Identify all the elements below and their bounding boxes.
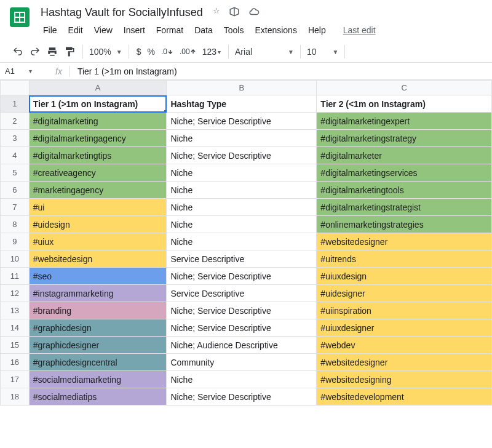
undo-icon[interactable] [12, 46, 23, 57]
row-header[interactable]: 10 [1, 250, 30, 268]
row-header[interactable]: 17 [1, 371, 30, 388]
cell[interactable]: #graphicdesigncentral [29, 354, 167, 371]
cell[interactable]: #uiux [29, 233, 167, 250]
cell[interactable]: Niche; Service Descriptive [167, 388, 317, 406]
cell[interactable]: #graphicdesigner [29, 337, 167, 354]
cell[interactable]: #onlinemarketingstrategies [317, 216, 492, 233]
row-header[interactable]: 8 [1, 216, 30, 233]
cell[interactable]: #digitalmarketer [317, 147, 492, 164]
column-header-c[interactable]: C [317, 81, 492, 95]
row-header[interactable]: 5 [1, 164, 30, 182]
row-header[interactable]: 14 [1, 319, 30, 337]
cell[interactable]: #websitedesign [29, 250, 167, 268]
menu-insert[interactable]: Insert [119, 23, 150, 38]
zoom-select[interactable]: 100%▼ [85, 46, 126, 58]
cell[interactable]: Niche [167, 164, 317, 182]
cell[interactable]: #webdev [317, 337, 492, 354]
cell[interactable]: #digitalmarketingagency [29, 130, 167, 147]
paint-format-icon[interactable] [64, 46, 75, 57]
more-formats-button[interactable]: 123▾ [202, 47, 221, 57]
row-header[interactable]: 3 [1, 130, 30, 147]
name-box[interactable]: A1▾ [0, 66, 37, 76]
cell[interactable]: Niche; Service Descriptive [167, 302, 317, 319]
row-header[interactable]: 9 [1, 233, 30, 250]
menu-format[interactable]: Format [151, 23, 188, 38]
font-size-select[interactable]: 10▼ [303, 46, 342, 58]
move-icon[interactable] [229, 6, 240, 19]
menu-extensions[interactable]: Extensions [250, 23, 301, 38]
cell[interactable]: #marketingagency [29, 182, 167, 199]
cell[interactable]: Tier 1 (>1m on Instagram) [29, 95, 167, 113]
format-currency-button[interactable]: $ [137, 47, 141, 57]
cell[interactable]: Niche; Audience Descriptive [167, 337, 317, 354]
cell[interactable]: #digitalmarketingtips [29, 147, 167, 164]
cell[interactable]: Community [167, 354, 317, 371]
menu-tools[interactable]: Tools [219, 23, 249, 38]
formula-bar[interactable]: Tier 1 (>1m on Instagram) [77, 66, 177, 76]
row-header[interactable]: 13 [1, 302, 30, 319]
cell[interactable]: #socialmediamarketing [29, 371, 167, 388]
cloud-icon[interactable] [248, 6, 260, 19]
increase-decimal-button[interactable]: .00 [180, 47, 196, 56]
cell[interactable]: Niche; Service Descriptive [167, 319, 317, 337]
cell[interactable]: Service Descriptive [167, 250, 317, 268]
cell[interactable]: Niche; Service Descriptive [167, 268, 317, 285]
cell[interactable]: Service Descriptive [167, 285, 317, 302]
cell[interactable]: #socialmediatips [29, 388, 167, 406]
menu-help[interactable]: Help [303, 23, 331, 38]
cell[interactable]: #graphicdesign [29, 319, 167, 337]
cell[interactable]: #websitedevelopment [317, 388, 492, 406]
cell[interactable]: #instagrammarketing [29, 285, 167, 302]
row-header[interactable]: 15 [1, 337, 30, 354]
row-header[interactable]: 12 [1, 285, 30, 302]
row-header[interactable]: 1 [1, 95, 30, 113]
menu-data[interactable]: Data [189, 23, 218, 38]
font-select[interactable]: Arial▼ [231, 46, 298, 58]
cell[interactable]: #websitedesigner [317, 354, 492, 371]
cell[interactable]: #ui [29, 199, 167, 216]
decrease-decimal-button[interactable]: .0 [161, 47, 173, 56]
row-header[interactable]: 4 [1, 147, 30, 164]
menu-edit[interactable]: Edit [63, 23, 88, 38]
row-header[interactable]: 16 [1, 354, 30, 371]
select-all-corner[interactable] [1, 81, 30, 95]
cell[interactable]: #uitrends [317, 250, 492, 268]
cell[interactable]: #creativeagency [29, 164, 167, 182]
menu-view[interactable]: View [89, 23, 117, 38]
cell[interactable]: Niche [167, 216, 317, 233]
cell[interactable]: #digitalmarketingtools [317, 182, 492, 199]
last-edit-link[interactable]: Last edit [338, 23, 381, 38]
cell[interactable]: #uiuxdesigner [317, 319, 492, 337]
menu-file[interactable]: File [38, 23, 62, 38]
row-header[interactable]: 7 [1, 199, 30, 216]
cell[interactable]: #digitalmarketingstrategist [317, 199, 492, 216]
cell[interactable]: Tier 2 (<1m on Instagram) [317, 95, 492, 113]
cell[interactable]: #uidesigner [317, 285, 492, 302]
spreadsheet-grid[interactable]: A B C 1Tier 1 (>1m on Instagram)Hashtag … [0, 80, 492, 406]
document-title[interactable]: Hashtag Vault for SociallyInfused [38, 5, 205, 20]
row-header[interactable]: 2 [1, 113, 30, 130]
cell[interactable]: Hashtag Type [167, 95, 317, 113]
cell[interactable]: #branding [29, 302, 167, 319]
cell[interactable]: #websitedesigner [317, 233, 492, 250]
cell[interactable]: Niche; Service Descriptive [167, 147, 317, 164]
print-icon[interactable] [47, 46, 58, 57]
cell[interactable]: Niche [167, 130, 317, 147]
cell[interactable]: Niche [167, 371, 317, 388]
cell[interactable]: #uiuxdesign [317, 268, 492, 285]
cell[interactable]: Niche [167, 199, 317, 216]
cell[interactable]: Niche [167, 233, 317, 250]
cell[interactable]: #digitalmarketing [29, 113, 167, 130]
cell[interactable]: #digitalmarketingstrategy [317, 130, 492, 147]
column-header-a[interactable]: A [29, 81, 167, 95]
cell[interactable]: #digitalmarketingexpert [317, 113, 492, 130]
row-header[interactable]: 6 [1, 182, 30, 199]
cell[interactable]: #uiinspiration [317, 302, 492, 319]
format-percent-button[interactable]: % [148, 47, 155, 57]
cell[interactable]: #uidesign [29, 216, 167, 233]
cell[interactable]: Niche [167, 182, 317, 199]
cell[interactable]: #digitalmarketingservices [317, 164, 492, 182]
cell[interactable]: #websitedesigning [317, 371, 492, 388]
cell[interactable]: Niche; Service Descriptive [167, 113, 317, 130]
column-header-b[interactable]: B [167, 81, 317, 95]
